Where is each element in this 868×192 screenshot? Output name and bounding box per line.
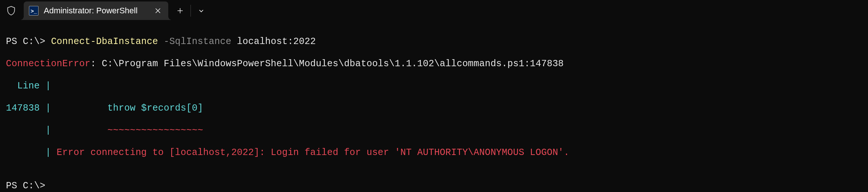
cmdlet: Connect-DbaInstance [51, 36, 158, 47]
terminal-line: | Error connecting to [localhost,2022]: … [6, 147, 862, 158]
prompt: PS C:\> [6, 181, 45, 191]
terminal-output[interactable]: PS C:\> Connect-DbaInstance -SqlInstance… [0, 21, 868, 192]
terminal-line: PS C:\> [6, 181, 862, 192]
argument: localhost:2022 [237, 36, 316, 47]
error-label: ConnectionError [6, 58, 90, 69]
line-number: 147838 [6, 103, 40, 114]
admin-shield-icon [6, 6, 16, 16]
terminal-line: ConnectionError: C:\Program Files\Window… [6, 58, 862, 70]
error-message: Error connecting to [localhost,2022]: Lo… [57, 147, 569, 158]
terminal-line: 147838 | throw $records[0] [6, 103, 862, 114]
parameter: -SqlInstance [164, 36, 231, 47]
tab-close-button[interactable] [153, 6, 163, 16]
prompt: PS C:\> [6, 36, 51, 47]
tab-powershell[interactable]: >_ Administrator: PowerShell [24, 1, 168, 20]
titlebar-button-group [170, 2, 211, 20]
terminal-line: | ~~~~~~~~~~~~~~~~~ [6, 125, 862, 136]
powershell-icon: >_ [29, 6, 39, 16]
tab-title: Administrator: PowerShell [44, 6, 153, 16]
error-underline: ~~~~~~~~~~~~~~~~~ [107, 125, 203, 136]
error-code: throw $records[0] [107, 103, 203, 114]
new-tab-button[interactable] [170, 2, 190, 20]
terminal-line: PS C:\> Connect-DbaInstance -SqlInstance… [6, 36, 862, 47]
terminal-line: Line | [6, 81, 862, 92]
titlebar-divider [191, 5, 191, 17]
tab-dropdown-button[interactable] [192, 2, 211, 20]
window-titlebar: >_ Administrator: PowerShell [0, 0, 868, 21]
header-line: Line [17, 81, 40, 91]
error-path: C:\Program Files\WindowsPowerShell\Modul… [102, 58, 564, 69]
